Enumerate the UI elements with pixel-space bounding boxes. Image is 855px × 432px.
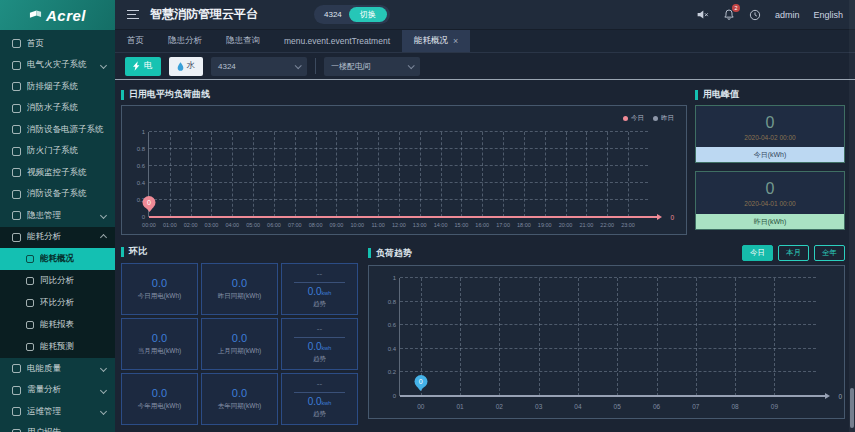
x-tick-label: 06 [653, 403, 660, 410]
project-select[interactable]: 4324 [211, 57, 307, 76]
notification-bell-icon[interactable]: 2 [723, 8, 735, 21]
tab-event-treatment[interactable]: menu.event.eventTreatment [272, 30, 402, 52]
filter-bar: 电 水 4324 一楼配电间 [115, 53, 855, 80]
bar-chart-icon [26, 321, 34, 329]
stat-label: 昨日同期(kWh) [218, 292, 261, 301]
sidebar-item-energy-forecast[interactable]: 能耗预测 [0, 336, 115, 358]
chevron-down-icon [100, 408, 107, 415]
x-tick-label: 10:00 [350, 222, 364, 228]
sidebar-item-fire-device[interactable]: 消防设备子系统 [0, 184, 115, 206]
ops-icon [12, 407, 21, 416]
sidebar-item-fire-water[interactable]: 消防水子系统 [0, 98, 115, 120]
water-drop-icon [177, 62, 184, 71]
range-year-button[interactable]: 全年 [814, 245, 845, 261]
data-point-marker[interactable]: 0 [414, 375, 427, 388]
sidebar-item-home[interactable]: 首页 [0, 33, 115, 55]
tab-hazard-query[interactable]: 隐患查询 [214, 30, 272, 52]
tab-home[interactable]: 首页 [115, 30, 156, 52]
sidebar-item-label: 环比分析 [40, 297, 74, 309]
trend-bottom-value: 0.0kwh [308, 342, 332, 352]
switch-project-button[interactable]: 切换 [349, 7, 387, 22]
stat-value: 0.0 [152, 332, 167, 344]
v-gridline [607, 132, 608, 217]
sidebar-item-label: 能耗预测 [40, 341, 74, 353]
sidebar-item-fire-power[interactable]: 消防设备电源子系统 [0, 119, 115, 141]
x-tick-label: 11:00 [371, 222, 384, 228]
sidebar-item-smoke-control[interactable]: 防排烟子系统 [0, 76, 115, 98]
legend-item-today[interactable]: 今日 [623, 114, 644, 123]
sidebar-item-ops-mgmt[interactable]: 运维管理 [0, 401, 115, 423]
sidebar-item-power-quality[interactable]: 电能质量 [0, 358, 115, 380]
x-tick-label: 08 [731, 403, 738, 410]
forecast-icon [26, 343, 34, 351]
sidebar-item-energy-analysis[interactable]: 能耗分析 [0, 227, 115, 249]
sidebar-item-fire-door[interactable]: 防火门子系统 [0, 141, 115, 163]
x-tick-label: 17:00 [496, 222, 510, 228]
stat-value: 0.0 [232, 332, 247, 344]
fire-device-icon [12, 190, 21, 199]
legend-item-yesterday[interactable]: 昨日 [653, 114, 674, 123]
menu-toggle-icon[interactable] [127, 10, 139, 20]
project-select-value: 4324 [218, 62, 236, 71]
room-select[interactable]: 一楼配电间 [324, 57, 420, 76]
chevron-down-icon [295, 62, 302, 69]
title-accent-bar [695, 90, 698, 100]
range-today-button[interactable]: 今日 [742, 245, 773, 261]
v-gridline [357, 132, 358, 217]
h-gridline [400, 371, 816, 372]
x-tick-label: 23:00 [621, 222, 635, 228]
legend-label: 昨日 [661, 114, 674, 123]
x-tick-label: 16:00 [475, 222, 489, 228]
water-filter-button[interactable]: 水 [169, 57, 204, 76]
data-point-marker[interactable]: 0 [143, 196, 156, 209]
project-switcher[interactable]: 4324 切换 [314, 5, 390, 24]
sidebar-item-label: 能耗概况 [40, 253, 74, 265]
scrollbar-track[interactable] [849, 0, 855, 432]
sidebar-item-energy-overview[interactable]: 能耗概况 [0, 248, 115, 270]
sidebar-item-electrical-fire[interactable]: 电气火灾子系统 [0, 55, 115, 77]
clock-icon[interactable] [749, 9, 761, 21]
x-tick-label: 18:00 [517, 222, 531, 228]
stat-label: 今年用电(kWh) [138, 402, 181, 411]
sidebar-item-yoy-analysis[interactable]: 同比分析 [0, 270, 115, 292]
brand-logo[interactable]: Acrel [0, 0, 115, 30]
energy-analysis-icon [12, 233, 21, 242]
x-tick-label: 04 [574, 403, 581, 410]
sidebar-item-hazard-mgmt[interactable]: 隐患管理 [0, 205, 115, 227]
scrollbar-thumb[interactable] [850, 388, 854, 428]
user-menu[interactable]: admin [775, 10, 800, 20]
h-gridline [400, 324, 816, 325]
range-month-button[interactable]: 本月 [778, 245, 809, 261]
v-gridline [232, 132, 233, 217]
language-switch[interactable]: English [813, 10, 843, 20]
mute-speaker-icon[interactable] [696, 8, 709, 21]
stat-card: 0.0 昨日同期(kWh) [201, 263, 278, 315]
y-tick-label: 0.4 [379, 346, 396, 352]
sidebar-item-user-report[interactable]: 用户报告 [0, 423, 115, 432]
peak-card-yesterday: 0 2020-04-01 00:00 昨日(kWh) [695, 171, 845, 230]
brand-name: Acrel [46, 7, 86, 24]
peak-date-yesterday: 2020-04-01 00:00 [744, 200, 795, 207]
sidebar-item-energy-report[interactable]: 能耗报表 [0, 314, 115, 336]
fire-door-icon [12, 147, 21, 156]
stat-card: 0.0 上月同期(kWh) [201, 318, 278, 370]
chevron-down-icon [100, 365, 107, 372]
close-tab-icon[interactable]: × [453, 36, 458, 46]
x-tick-label: 01 [456, 403, 463, 410]
page-content: 日用电平均负荷曲线 今日 昨日 [115, 80, 855, 425]
sidebar-item-mom-analysis[interactable]: 环比分析 [0, 292, 115, 314]
x-tick-label: 15:00 [455, 222, 469, 228]
v-gridline [170, 132, 171, 217]
sidebar-item-demand-analysis[interactable]: 需量分析 [0, 380, 115, 402]
sidebar-item-label: 消防设备电源子系统 [27, 124, 104, 136]
tab-hazard-analysis[interactable]: 隐患分析 [156, 30, 214, 52]
sidebar-item-video-monitor[interactable]: 视频监控子系统 [0, 162, 115, 184]
stat-value: 0.0 [232, 387, 247, 399]
peak-value-today: 0 [766, 115, 775, 131]
v-gridline [461, 132, 462, 217]
load-curve-plot: 00.20.40.60.8100:0001:0002:0003:0004:000… [148, 132, 648, 217]
electric-filter-button[interactable]: 电 [125, 57, 161, 76]
tab-energy-overview[interactable]: 能耗概况 × [402, 30, 470, 52]
tab-bar: 首页 隐患分析 隐患查询 menu.event.eventTreatment 能… [115, 30, 855, 53]
stat-label: 趋势 [313, 300, 326, 309]
